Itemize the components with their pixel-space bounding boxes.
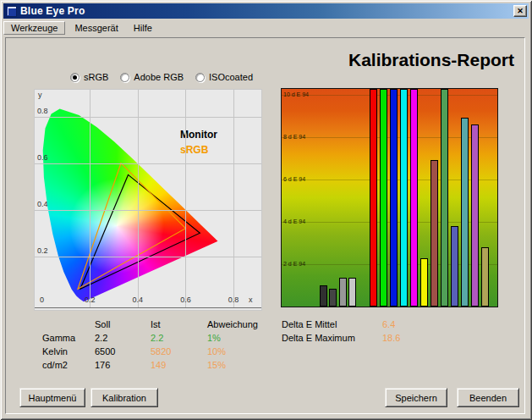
cie-x-axis-line <box>35 307 261 308</box>
results-table: Soll Ist Abweichung Gamma 2.2 2.2 1% Kel… <box>42 318 275 372</box>
page-title: Kalibrations-Report <box>348 50 514 70</box>
results-header-row: Soll Ist Abweichung <box>42 318 275 331</box>
kalibration-button[interactable]: Kalibration <box>90 388 158 407</box>
app-icon <box>6 6 17 17</box>
cie-y-tick-label: 0.2 <box>37 246 56 255</box>
gamut-triangle-srgb <box>78 163 185 290</box>
delta-e-mittel-row: Delta E Mittel 6.4 <box>282 318 400 331</box>
bar-green <box>380 89 387 307</box>
cie-x-tick-label: 0.2 <box>80 296 99 304</box>
delta-e-maximum-row: Delta E Maximum 18.6 <box>282 331 400 345</box>
radio-srgb-label[interactable]: sRGB <box>84 72 108 82</box>
chart-tick-label: 8 d E 94 <box>283 134 305 141</box>
speichern-button[interactable]: Speichern <box>385 388 447 407</box>
close-button[interactable]: ✕ <box>513 5 527 17</box>
gamut-triangle-monitor <box>80 174 200 289</box>
delta-e-bar-chart: 2 d E 944 d E 946 d E 948 d E 9410 d E 9… <box>281 88 498 307</box>
bar-cyan <box>400 89 408 307</box>
gamut-triangles <box>35 90 261 310</box>
radio-button-icon[interactable] <box>195 73 205 82</box>
app-window: Blue Eye Pro ✕ Werkzeuge Messgerät Hilfe… <box>0 0 532 420</box>
cie-x-tick-label: 0 <box>33 296 52 304</box>
delta-e-maximum-value: 18.6 <box>382 333 400 343</box>
report-panel: sRGB Adobe RGB ISOcoated Kalibrations-Re… <box>5 37 525 414</box>
radio-adobe-rgb-label[interactable]: Adobe RGB <box>134 72 184 82</box>
radio-adobe-rgb[interactable]: Adobe RGB <box>120 72 184 82</box>
cie-gridline-x <box>185 90 186 307</box>
results-row-gamma: Gamma 2.2 2.2 1% <box>42 331 275 345</box>
chart-tick-label: 10 d E 94 <box>283 91 309 98</box>
cdm2-ist: 149 <box>151 360 207 370</box>
beenden-button[interactable]: Beenden <box>457 388 519 407</box>
cie-x-tick-label: 0.8 <box>224 296 243 304</box>
radio-isocoated[interactable]: ISOcoated <box>195 72 253 82</box>
menu-item-werkzeuge[interactable]: Werkzeuge <box>3 21 65 35</box>
hauptmenu-button[interactable]: Hauptmenü <box>19 388 85 407</box>
bar-red <box>370 89 377 307</box>
cie-gridline-y <box>35 210 261 211</box>
bar-dark-gray <box>329 289 337 307</box>
cie-y-tick-label: 0.4 <box>37 200 56 208</box>
cie-y-axis-label: y <box>38 91 57 99</box>
row-label-cdm2: cd/m2 <box>42 360 95 370</box>
legend-srgb-label: sRGB <box>180 144 208 156</box>
cie-y-tick-label: 0.6 <box>37 153 56 162</box>
title-bar[interactable]: Blue Eye Pro ✕ <box>3 3 529 19</box>
gamma-abweichung: 1% <box>207 333 275 343</box>
bar-yellow <box>420 258 428 307</box>
bar-slate-blue <box>451 226 458 307</box>
kelvin-soll: 6500 <box>95 346 151 356</box>
header-ist: Ist <box>151 319 207 329</box>
window-title: Blue Eye Pro <box>20 5 513 17</box>
gamma-ist: 2.2 <box>151 333 207 343</box>
cdm2-abweichung: 15% <box>207 360 275 370</box>
cie-gridline-y <box>35 257 261 257</box>
cie-x-tick-label: 0.4 <box>129 296 147 304</box>
delta-e-maximum-label: Delta E Maximum <box>282 333 382 343</box>
cie-gridline-y <box>35 163 261 164</box>
cie-gridline-y <box>35 117 261 118</box>
row-label-kelvin: Kelvin <box>42 346 95 356</box>
delta-e-summary: Delta E Mittel 6.4 Delta E Maximum 18.6 <box>282 318 400 345</box>
chart-tick-label: 2 d E 94 <box>283 261 305 268</box>
header-soll: Soll <box>95 319 151 329</box>
results-row-kelvin: Kelvin 6500 5820 10% <box>42 345 275 358</box>
bar-gray <box>339 278 347 307</box>
radio-srgb[interactable]: sRGB <box>70 72 108 82</box>
radio-button-icon[interactable] <box>70 73 80 82</box>
bar-dark-khaki <box>481 247 489 307</box>
kelvin-abweichung: 10% <box>207 346 275 356</box>
results-row-cdm2: cd/m2 176 149 15% <box>42 358 275 372</box>
radio-isocoated-label[interactable]: ISOcoated <box>209 72 253 82</box>
header-abweichung: Abweichung <box>207 319 275 329</box>
bar-blue <box>390 89 398 307</box>
menu-bar: Werkzeuge Messgerät Hilfe <box>3 19 529 36</box>
bar-red-brown <box>431 160 438 307</box>
bar-magenta <box>410 89 418 307</box>
cie-x-tick-label: 0.6 <box>176 296 195 304</box>
cie-gridline-x <box>233 90 234 307</box>
chart-tick-label: 4 d E 94 <box>283 218 305 225</box>
gamma-soll: 2.2 <box>95 333 151 343</box>
bar-teal <box>461 118 469 307</box>
bar-white <box>348 278 356 307</box>
menu-item-messgeraet[interactable]: Messgerät <box>67 21 125 35</box>
chart-tick-label: 6 d E 94 <box>283 176 305 183</box>
radio-button-icon[interactable] <box>120 73 129 82</box>
cie-gridline-x <box>138 90 139 307</box>
close-icon: ✕ <box>517 7 524 15</box>
cie-x-axis-label: x <box>249 296 267 304</box>
kelvin-ist: 5820 <box>151 346 207 356</box>
profile-radio-group: sRGB Adobe RGB ISOcoated <box>70 72 253 82</box>
delta-e-mittel-value: 6.4 <box>382 319 395 329</box>
menu-item-hilfe[interactable]: Hilfe <box>126 21 160 35</box>
cie-y-tick-label: 0.8 <box>37 107 56 115</box>
bar-black <box>320 285 327 307</box>
bar-orchid <box>471 124 479 307</box>
bar-sea-green <box>441 89 448 307</box>
cie-gridline-x <box>90 90 90 307</box>
delta-e-mittel-label: Delta E Mittel <box>282 319 382 329</box>
row-label-gamma: Gamma <box>42 333 95 343</box>
cdm2-soll: 176 <box>95 360 151 370</box>
cie-chromaticity-diagram: Monitor sRGB 00.20.40.60.8x0.80.60.40.2y <box>34 89 262 311</box>
